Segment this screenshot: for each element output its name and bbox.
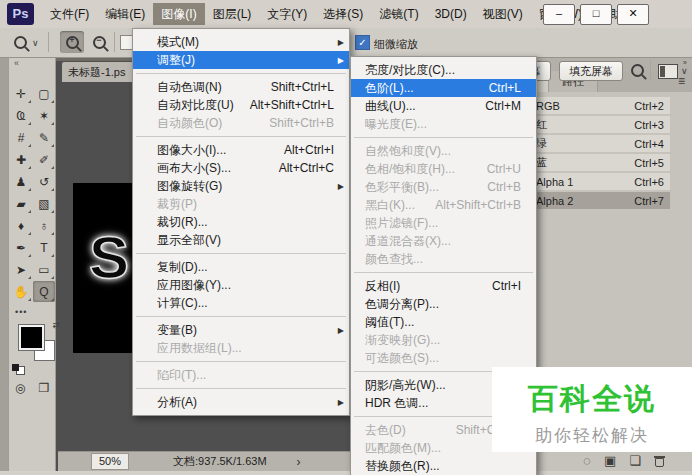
- search-icon[interactable]: [631, 64, 644, 77]
- menu-item-invert[interactable]: 反相(I) Ctrl+I ▶: [351, 277, 536, 295]
- zoom-tool[interactable]: Q: [33, 281, 55, 302]
- workspace-icon[interactable]: [658, 64, 678, 79]
- menu-separator: [136, 388, 346, 389]
- chevron-down-icon[interactable]: ∨: [32, 38, 39, 48]
- menu-item-threshold[interactable]: 阈值(T)... ▶: [351, 313, 536, 331]
- title-bar: Ps 文件(F) 编辑(E) 图像(I) 图层(L) 文字(Y) 选择(S) 滤…: [0, 0, 692, 29]
- save-selection-icon[interactable]: ▣: [604, 453, 616, 468]
- status-zoom-field[interactable]: 50%: [91, 453, 129, 470]
- path-selection-tool[interactable]: ➤: [10, 259, 32, 280]
- menu-item-auto-color[interactable]: 自动颜色(O) Shift+Ctrl+B ▶: [133, 114, 349, 132]
- menu-item-brightness-contrast[interactable]: 亮度/对比度(C)... ▶: [351, 61, 536, 79]
- pen-tool[interactable]: ✒: [10, 237, 32, 258]
- collapse-panel-icon[interactable]: ‹‹: [14, 58, 18, 68]
- move-tool[interactable]: ✛: [10, 83, 32, 104]
- menu-item-reveal-all[interactable]: 显示全部(V) ▶: [133, 231, 349, 249]
- minimize-button[interactable]: –: [543, 4, 575, 25]
- menubar-item-view[interactable]: 视图(V): [475, 3, 531, 25]
- menu-item-adjustments[interactable]: 调整(J) ▶: [133, 51, 349, 69]
- panel-menu-icon[interactable]: ≡: [678, 74, 685, 88]
- rectangle-tool[interactable]: ▭: [33, 259, 55, 280]
- close-button[interactable]: ✕: [617, 4, 649, 25]
- spot-healing-brush-tool[interactable]: ✚: [10, 149, 32, 170]
- menu-item-duplicate[interactable]: 复制(D)... ▶: [133, 258, 349, 276]
- swap-colors-icon[interactable]: ⇄: [52, 320, 60, 330]
- menu-item-exposure[interactable]: 曝光度(E)... ▶: [351, 115, 536, 133]
- blur-tool[interactable]: ♦: [10, 215, 32, 236]
- menubar-item-type[interactable]: 文字(Y): [259, 3, 315, 25]
- menu-item-curves[interactable]: 曲线(U)... Ctrl+M ▶: [351, 97, 536, 115]
- menu-item-replace-color[interactable]: 替换颜色(R)... ▶: [351, 457, 536, 475]
- menu-separator: [354, 272, 533, 273]
- menu-shortcut: Ctrl+L: [489, 81, 521, 95]
- zoom-out-button[interactable]: −: [87, 31, 111, 53]
- menu-shortcut: Ctrl+B: [487, 180, 521, 194]
- foreground-color-swatch[interactable]: [19, 325, 44, 350]
- submenu-arrow-icon: ▶: [334, 56, 344, 65]
- menu-item-selective-color[interactable]: 可选颜色(S)... ▶: [351, 349, 536, 367]
- menu-item-image-rotation[interactable]: 图像旋转(G) ▶: [133, 177, 349, 195]
- menubar-item-filter[interactable]: 滤镜(T): [371, 3, 426, 25]
- quick-mask-icon[interactable]: ◎: [15, 381, 25, 395]
- dodge-tool[interactable]: ♁: [33, 215, 55, 236]
- menu-item-auto-tone[interactable]: 自动色调(N) Shift+Ctrl+L ▶: [133, 78, 349, 96]
- delete-channel-icon[interactable]: [654, 455, 665, 467]
- default-colors-icon[interactable]: [12, 364, 19, 371]
- menu-item-crop[interactable]: 裁剪(P) ▶: [133, 195, 349, 213]
- menu-item-gradient-map[interactable]: 渐变映射(G)... ▶: [351, 331, 536, 349]
- menubar-item-file[interactable]: 文件(F): [42, 3, 97, 25]
- zoom-tool-preset-icon[interactable]: [14, 36, 27, 49]
- menu-item-posterize[interactable]: 色调分离(P)... ▶: [351, 295, 536, 313]
- menu-item-levels[interactable]: 色阶(L)... Ctrl+L ▶: [351, 79, 536, 97]
- eyedropper-tool[interactable]: ✎: [33, 127, 55, 148]
- scrubby-zoom-checkbox[interactable]: ✓: [355, 35, 370, 50]
- rectangular-marquee-tool[interactable]: ▢: [33, 83, 55, 104]
- menu-item-channel-mixer[interactable]: 通道混合器(X)... ▶: [351, 232, 536, 250]
- photoshop-logo-icon: Ps: [7, 3, 34, 25]
- menu-item-hue-saturation[interactable]: 色相/饱和度(H)... Ctrl+U ▶: [351, 160, 536, 178]
- crop-tool[interactable]: #: [10, 127, 32, 148]
- menubar-item-layer[interactable]: 图层(L): [205, 3, 260, 25]
- eraser-tool[interactable]: ▰: [10, 193, 32, 214]
- menu-item-trim[interactable]: 裁切(R)... ▶: [133, 213, 349, 231]
- menu-item-calculations[interactable]: 计算(C)... ▶: [133, 294, 349, 312]
- magic-wand-tool[interactable]: ✶: [33, 105, 55, 126]
- menu-item-color-balance[interactable]: 色彩平衡(B)... Ctrl+B ▶: [351, 178, 536, 196]
- screen-mode-icon[interactable]: ❐: [38, 381, 49, 395]
- menu-item-canvas-size[interactable]: 画布大小(S)... Alt+Ctrl+C ▶: [133, 159, 349, 177]
- menu-item-color-lookup[interactable]: 颜色查找... ▶: [351, 250, 536, 268]
- menu-item-apply-image[interactable]: 应用图像(Y)... ▶: [133, 276, 349, 294]
- menubar-item-select[interactable]: 选择(S): [315, 3, 371, 25]
- menu-item-image-size[interactable]: 图像大小(I)... Alt+Ctrl+I ▶: [133, 141, 349, 159]
- more-tools-icon[interactable]: •••: [15, 307, 27, 317]
- chevron-down-icon[interactable]: ∨: [681, 66, 688, 76]
- menu-item-variables[interactable]: 变量(B) ▶: [133, 321, 349, 339]
- menu-item-mode[interactable]: 模式(M) ▶: [133, 33, 349, 51]
- type-tool[interactable]: T: [33, 237, 55, 258]
- load-selection-icon[interactable]: ◌: [583, 453, 591, 468]
- menu-item-apply-data-set[interactable]: 应用数据组(L)... ▶: [133, 339, 349, 357]
- hand-tool[interactable]: ✋: [10, 281, 32, 302]
- menu-item-auto-contrast[interactable]: 自动对比度(U) Alt+Shift+Ctrl+L ▶: [133, 96, 349, 114]
- menu-item-trap[interactable]: 陷印(T)... ▶: [133, 366, 349, 384]
- clone-stamp-tool[interactable]: ♟: [10, 171, 32, 192]
- menu-item-black-white[interactable]: 黑白(K)... Alt+Shift+Ctrl+B ▶: [351, 196, 536, 214]
- menubar-item-image[interactable]: 图像(I): [153, 3, 204, 25]
- scrubby-zoom-label: 细微缩放: [374, 37, 418, 52]
- zoom-in-button[interactable]: +: [60, 31, 84, 53]
- menu-shortcut: Ctrl+I: [492, 279, 521, 293]
- status-chevron-icon[interactable]: ›: [297, 455, 301, 469]
- history-brush-tool[interactable]: ↺: [33, 171, 55, 192]
- brush-tool[interactable]: ✐: [33, 149, 55, 170]
- menubar-item-edit[interactable]: 编辑(E): [97, 3, 153, 25]
- gradient-tool[interactable]: ▧: [33, 193, 55, 214]
- lasso-tool[interactable]: Ҩ: [10, 105, 32, 126]
- menubar-item-3d[interactable]: 3D(D): [427, 3, 475, 25]
- menu-item-analysis[interactable]: 分析(A) ▶: [133, 393, 349, 411]
- maximize-button[interactable]: □: [580, 4, 612, 25]
- menu-item-photo-filter[interactable]: 照片滤镜(F)... ▶: [351, 214, 536, 232]
- menu-item-vibrance[interactable]: 自然饱和度(V)... ▶: [351, 142, 536, 160]
- new-channel-icon[interactable]: ❏: [629, 453, 641, 468]
- watermark-subtitle: 助你轻松解决: [492, 424, 692, 447]
- fill-screen-button[interactable]: 填充屏幕: [559, 61, 623, 81]
